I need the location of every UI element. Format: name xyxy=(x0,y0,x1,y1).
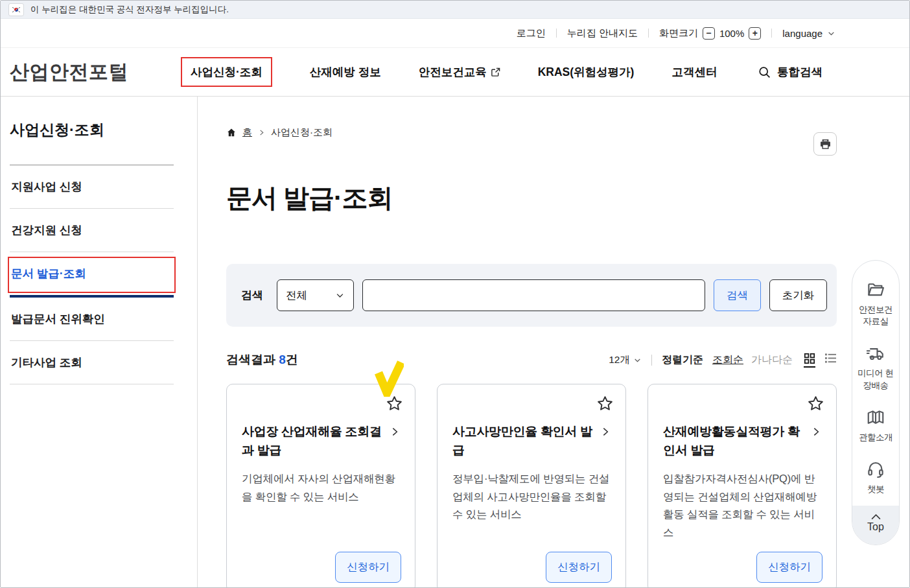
card-description: 입찰참가자격사전심사(PQ)에 반영되는 건설업체의 산업재해예방활동 실적을 … xyxy=(663,470,821,542)
nav-item-label: 산재예방 정보 xyxy=(310,64,381,80)
star-icon[interactable] xyxy=(596,395,614,412)
apply-button[interactable]: 신청하기 xyxy=(546,552,612,583)
chevron-down-icon xyxy=(335,290,345,300)
gov-banner-text: 이 누리집은 대한민국 공식 전자정부 누리집입니다. xyxy=(30,4,229,16)
sort-by-views[interactable]: 조회순 xyxy=(712,353,743,367)
quick-menu-safety-library[interactable]: 안전보건 자료실 xyxy=(856,280,896,327)
breadcrumb-home-link[interactable]: 홈 xyxy=(242,126,252,139)
korean-flag-icon xyxy=(8,3,24,16)
card-title-link[interactable]: 산재예방활동실적평가 확인서 발급 xyxy=(663,422,821,460)
scroll-top-label: Top xyxy=(867,521,884,533)
nav-item-label: 고객센터 xyxy=(671,64,717,80)
card-description: 정부입·낙찰제도에 반영되는 건설업체의 사고사망만인율을 조회할 수 있는 서… xyxy=(452,470,611,524)
card-title: 사업장 산업재해율 조회결과 발급 xyxy=(242,422,383,460)
truck-icon xyxy=(866,344,885,363)
home-icon[interactable] xyxy=(226,128,237,137)
external-link-icon xyxy=(491,67,500,77)
quick-menu-jurisdiction[interactable]: 관할소개 xyxy=(856,408,896,443)
sort-label: 정렬기준 xyxy=(662,353,703,367)
quick-menu-label: 관할소개 xyxy=(856,432,896,443)
breadcrumb: 홈 사업신청·조회 xyxy=(226,126,837,139)
search-category-select[interactable]: 전체 xyxy=(277,279,354,311)
quick-menu-label: 미디어 현장배송 xyxy=(856,368,896,391)
results-count-heading: 검색결과 xyxy=(226,353,275,366)
nav-item-kras[interactable]: KRAS(위험성평가) xyxy=(538,64,635,80)
quick-menu-chatbot[interactable]: 챗봇 xyxy=(856,460,896,495)
search-icon xyxy=(758,65,771,79)
main-header: 산업안전포털 사업신청·조회 산재예방 정보 안전보건교육 KRAS(위험성평가… xyxy=(1,48,909,97)
nav-item-business-apply[interactable]: 사업신청·조회 xyxy=(181,57,272,87)
card-title: 사고사망만인율 확인서 발급 xyxy=(452,422,594,460)
results-tools: 12개 정렬기준 조회순 가나다순 xyxy=(609,353,837,368)
search-submit-button[interactable]: 검색 xyxy=(714,279,761,311)
chevron-right-icon xyxy=(600,427,611,437)
gov-banner: 이 누리집은 대한민국 공식 전자정부 누리집입니다. xyxy=(1,1,909,19)
apply-button[interactable]: 신청하기 xyxy=(756,552,822,583)
zoom-level-value: 100% xyxy=(719,28,744,39)
nav-item-label: KRAS(위험성평가) xyxy=(538,64,635,80)
chevron-right-icon xyxy=(811,427,821,437)
nav-item-safety-education[interactable]: 안전보건교육 xyxy=(419,64,500,80)
language-dropdown[interactable]: language xyxy=(782,28,835,39)
card-prevention-activity-certificate: 산재예방활동실적평가 확인서 발급 입찰참가자격사전심사(PQ)에 반영되는 건… xyxy=(648,384,837,588)
print-button[interactable] xyxy=(813,132,837,156)
search-panel: 검색 전체 검색 초기화 xyxy=(226,264,837,327)
nav-item-label: 사업신청·조회 xyxy=(191,64,262,80)
quick-menu-media-delivery[interactable]: 미디어 현장배송 xyxy=(856,344,896,391)
card-title-link[interactable]: 사고사망만인율 확인서 발급 xyxy=(452,422,611,460)
results-count-unit: 건 xyxy=(286,353,298,366)
list-view-icon[interactable] xyxy=(824,353,837,367)
sidebar-item-health-support[interactable]: 건강지원 신청 xyxy=(10,209,174,252)
body-wrap: 사업신청·조회 지원사업 신청 건강지원 신청 문서 발급·조회 발급문서 진위… xyxy=(1,97,909,587)
search-input[interactable] xyxy=(362,279,705,311)
sidebar-item-document-issue[interactable]: 문서 발급·조회 xyxy=(10,252,174,298)
sidebar: 사업신청·조회 지원사업 신청 건강지원 신청 문서 발급·조회 발급문서 진위… xyxy=(1,97,198,587)
results-count: 검색결과 8건 xyxy=(226,351,298,368)
zoom-in-button[interactable]: + xyxy=(749,27,761,40)
global-nav: 사업신청·조회 산재예방 정보 안전보건교육 KRAS(위험성평가) 고객센터 xyxy=(181,57,717,87)
card-title: 산재예방활동실적평가 확인서 발급 xyxy=(663,422,804,460)
page-title: 문서 발급·조회 xyxy=(226,180,837,216)
star-icon[interactable] xyxy=(807,395,824,412)
star-icon[interactable] xyxy=(386,395,403,412)
login-link[interactable]: 로그인 xyxy=(517,27,546,40)
chevron-right-icon xyxy=(258,129,265,136)
page: 이 누리집은 대한민국 공식 전자정부 누리집입니다. 로그인 누리집 안내지도… xyxy=(0,0,910,588)
quick-menu-label: 안전보건 자료실 xyxy=(856,304,896,327)
nav-item-customer-center[interactable]: 고객센터 xyxy=(671,64,717,80)
chevron-up-icon xyxy=(870,513,881,521)
breadcrumb-current: 사업신청·조회 xyxy=(271,126,332,139)
grid-view-icon[interactable] xyxy=(804,353,815,368)
page-size-value: 12개 xyxy=(609,353,630,367)
sidebar-item-label: 문서 발급·조회 xyxy=(11,267,86,280)
total-search-label: 통합검색 xyxy=(777,64,822,80)
results-header: 검색결과 8건 12개 정렬기준 조회순 가나다순 xyxy=(226,351,837,368)
card-title-link[interactable]: 사업장 산업재해율 조회결과 발급 xyxy=(242,422,400,460)
sitemap-link[interactable]: 누리집 안내지도 xyxy=(567,27,638,40)
page-size-dropdown[interactable]: 12개 xyxy=(609,353,642,367)
zoom-out-button[interactable]: − xyxy=(703,27,715,40)
sidebar-item-label: 기타사업 조회 xyxy=(11,356,82,369)
chevron-right-icon xyxy=(390,427,400,437)
folder-icon xyxy=(866,280,885,300)
search-reset-button[interactable]: 초기화 xyxy=(769,279,827,311)
sidebar-item-document-verify[interactable]: 발급문서 진위확인 xyxy=(10,298,174,341)
site-logo[interactable]: 산업안전포털 xyxy=(10,59,128,86)
sidebar-title: 사업신청·조회 xyxy=(10,120,174,140)
nav-item-accident-prevention[interactable]: 산재예방 정보 xyxy=(310,64,381,80)
screen-size-control: 화면크기 − 100% + xyxy=(659,27,761,40)
sidebar-item-other-business[interactable]: 기타사업 조회 xyxy=(10,341,174,384)
sidebar-item-label: 건강지원 신청 xyxy=(11,224,82,237)
apply-button[interactable]: 신청하기 xyxy=(335,552,401,583)
sidebar-item-label: 지원사업 신청 xyxy=(11,180,82,193)
divider xyxy=(771,29,772,38)
total-search-button[interactable]: 통합검색 xyxy=(758,64,822,80)
sidebar-item-support-apply[interactable]: 지원사업 신청 xyxy=(10,165,174,209)
chevron-down-icon xyxy=(633,356,642,364)
map-icon xyxy=(866,408,885,427)
results-count-number: 8 xyxy=(279,353,286,366)
divider xyxy=(648,29,649,38)
divider xyxy=(556,29,557,38)
card-fatality-rate-certificate: 사고사망만인율 확인서 발급 정부입·낙찰제도에 반영되는 건설업체의 사고사망… xyxy=(437,384,626,588)
sort-alphabetical[interactable]: 가나다순 xyxy=(751,353,793,367)
